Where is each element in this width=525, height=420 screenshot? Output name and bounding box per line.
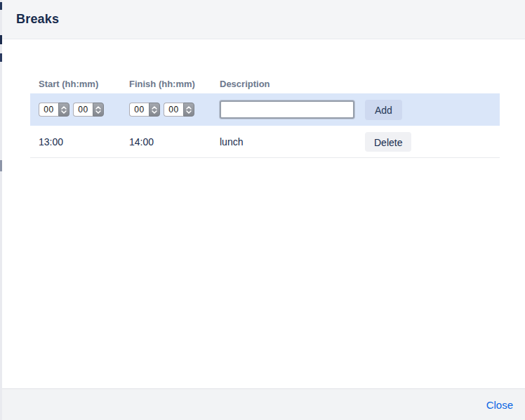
add-button[interactable]: Add — [365, 100, 402, 120]
dialog-footer: Close — [2, 388, 525, 420]
column-header-description: Description — [211, 74, 357, 93]
chevron-down-icon — [152, 110, 157, 114]
chevron-down-icon — [61, 110, 67, 114]
chevron-up-icon — [186, 106, 192, 110]
new-break-input-row: 00 00 — [30, 93, 500, 126]
start-hour-stepper[interactable] — [58, 103, 69, 117]
dialog-title: Breaks — [16, 12, 59, 27]
column-header-actions — [357, 74, 500, 93]
breaks-dialog: Breaks Start (hh:mm) Finish (hh:mm) Desc… — [2, 0, 525, 420]
description-input[interactable] — [220, 100, 354, 119]
delete-action-cell: Delete — [357, 126, 500, 158]
start-time-cell: 00 00 — [30, 93, 121, 126]
break-description: lunch — [211, 126, 357, 158]
finish-minute-stepper[interactable] — [183, 103, 194, 117]
column-header-start: Start (hh:mm) — [30, 74, 121, 93]
delete-button[interactable]: Delete — [365, 132, 411, 152]
add-action-cell: Add — [357, 93, 500, 126]
break-start-time: 13:00 — [30, 126, 121, 158]
break-finish-time: 14:00 — [121, 126, 211, 158]
finish-minute-spinner[interactable]: 00 — [164, 103, 194, 117]
table-header-row: Start (hh:mm) Finish (hh:mm) Description — [30, 74, 500, 93]
start-hour-spinner[interactable]: 00 — [39, 103, 69, 117]
dialog-header: Breaks — [2, 0, 525, 39]
finish-minute-value[interactable]: 00 — [164, 103, 183, 117]
chevron-down-icon — [95, 110, 101, 114]
finish-hour-stepper[interactable] — [149, 103, 160, 117]
finish-hour-spinner[interactable]: 00 — [129, 103, 160, 117]
chevron-down-icon — [186, 110, 192, 114]
background-artifact — [0, 35, 2, 44]
finish-hour-value[interactable]: 00 — [129, 103, 149, 117]
background-page-sliver — [0, 0, 2, 420]
start-hour-value[interactable]: 00 — [39, 103, 58, 117]
chevron-up-icon — [61, 106, 67, 110]
breaks-table: Start (hh:mm) Finish (hh:mm) Description… — [30, 74, 500, 158]
break-row: 13:00 14:00 lunch Delete — [30, 126, 500, 158]
background-artifact — [0, 2, 2, 10]
column-header-finish: Finish (hh:mm) — [121, 74, 211, 93]
chevron-up-icon — [95, 106, 101, 110]
chevron-up-icon — [152, 106, 157, 110]
start-minute-value[interactable]: 00 — [73, 103, 93, 117]
background-artifact — [0, 160, 2, 171]
description-cell — [211, 93, 357, 126]
background-artifact — [0, 53, 2, 62]
close-button[interactable]: Close — [486, 399, 513, 411]
start-minute-spinner[interactable]: 00 — [73, 103, 104, 117]
finish-time-cell: 00 00 — [121, 93, 211, 126]
start-minute-stepper[interactable] — [93, 103, 104, 117]
dialog-body: Start (hh:mm) Finish (hh:mm) Description… — [2, 39, 525, 388]
